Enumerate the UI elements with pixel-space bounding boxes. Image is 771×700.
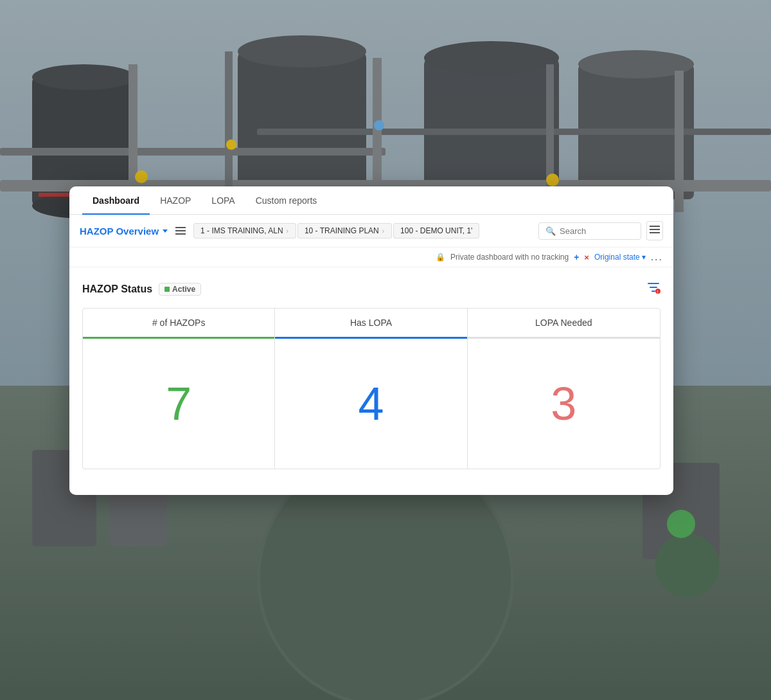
stat-header-lopa-needed: LOPA Needed: [468, 309, 660, 339]
hazop-status-header: HAZOP Status Active !: [82, 280, 660, 298]
status-text: Private dashboard with no tracking: [450, 253, 569, 262]
stat-header-has-lopa: Has LOPA: [275, 309, 466, 339]
breadcrumb-label-2: 10 - TRAINING PLAN: [305, 226, 379, 235]
original-state-button[interactable]: Original state ▾: [594, 253, 646, 262]
svg-rect-48: [650, 226, 660, 227]
hazop-status-section: HAZOP Status Active ! # of HAZOPs 7: [69, 267, 673, 476]
active-badge: Active: [159, 283, 201, 296]
lock-icon: 🔒: [436, 253, 445, 262]
more-options-button[interactable]: ...: [651, 251, 663, 263]
stats-grid: # of HAZOPs 7 Has LOPA 4 LOPA Needed 3: [82, 308, 660, 469]
tab-hazop[interactable]: HAZOP: [150, 186, 201, 215]
breadcrumb-item-1[interactable]: 1 - IMS TRAINING, ALN ›: [193, 223, 296, 238]
toolbar: HAZOP Overview 1 - IMS TRAINING, ALN › 1…: [69, 215, 673, 247]
hazop-overview-label: HAZOP Overview: [80, 226, 159, 237]
menu-icon[interactable]: [173, 224, 188, 237]
main-panel: Dashboard HAZOP LOPA Custom reports HAZO…: [69, 186, 673, 495]
search-icon: 🔍: [545, 226, 556, 236]
breadcrumb-label-3: 100 - DEMO UNIT, 1': [400, 226, 472, 235]
search-box[interactable]: 🔍: [538, 222, 641, 240]
stat-value-has-lopa: 4: [358, 339, 384, 469]
original-state-chevron: ▾: [642, 253, 646, 262]
add-tracking-button[interactable]: +: [574, 252, 579, 262]
stat-header-hazops: # of HAZOPs: [83, 309, 274, 339]
breadcrumb-arrow-1: ›: [287, 228, 288, 235]
hazop-status-label: HAZOP Status: [82, 283, 152, 295]
breadcrumb-item-3[interactable]: 100 - DEMO UNIT, 1': [393, 223, 479, 238]
hazop-status-title: HAZOP Status Active: [82, 283, 201, 296]
breadcrumb-arrow-2: ›: [382, 228, 384, 235]
tab-custom-reports[interactable]: Custom reports: [245, 186, 328, 215]
hazop-overview-title[interactable]: HAZOP Overview: [80, 226, 168, 237]
status-bar: 🔒 Private dashboard with no tracking + ×…: [69, 247, 673, 267]
stat-value-lopa-needed: 3: [551, 339, 576, 469]
list-view-icon[interactable]: [646, 221, 663, 240]
stat-cell-lopa-needed[interactable]: LOPA Needed 3: [468, 309, 660, 469]
breadcrumb-item-2[interactable]: 10 - TRAINING PLAN ›: [297, 223, 392, 238]
svg-rect-50: [650, 232, 660, 233]
stat-cell-hazops[interactable]: # of HAZOPs 7: [83, 309, 275, 469]
svg-rect-49: [650, 229, 660, 230]
search-input[interactable]: [560, 226, 624, 236]
active-label: Active: [172, 285, 195, 294]
tab-lopa[interactable]: LOPA: [201, 186, 245, 215]
active-dot: [164, 287, 170, 292]
tabs-bar: Dashboard HAZOP LOPA Custom reports: [69, 186, 673, 215]
breadcrumb-label-1: 1 - IMS TRAINING, ALN: [200, 226, 283, 235]
stat-cell-has-lopa[interactable]: Has LOPA 4: [275, 309, 467, 469]
stat-value-hazops: 7: [166, 339, 191, 469]
breadcrumb-trail: 1 - IMS TRAINING, ALN › 10 - TRAINING PL…: [193, 223, 533, 238]
original-state-label: Original state: [594, 253, 640, 262]
filter-icon[interactable]: !: [646, 280, 660, 298]
remove-tracking-button[interactable]: ×: [584, 253, 589, 262]
tab-dashboard[interactable]: Dashboard: [82, 186, 150, 215]
chevron-down-icon: [163, 229, 168, 233]
